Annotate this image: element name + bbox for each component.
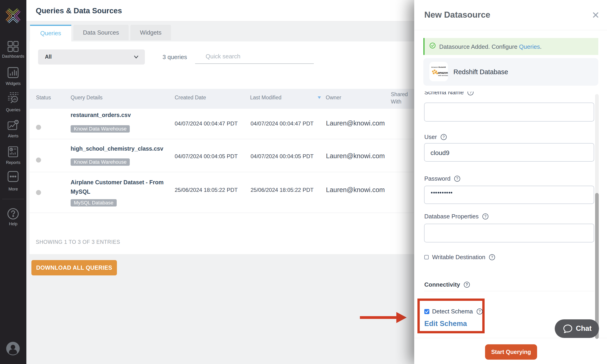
- svg-text:?: ?: [491, 255, 493, 259]
- svg-text:?: ?: [479, 310, 481, 313]
- svg-text:web services: web services: [438, 74, 448, 77]
- svg-text:?: ?: [456, 177, 458, 181]
- svg-text:?: ?: [466, 283, 468, 287]
- svg-text:Amazon Redshift: Amazon Redshift: [431, 66, 446, 68]
- svg-text:amazon: amazon: [438, 71, 448, 74]
- svg-text:?: ?: [469, 91, 471, 94]
- svg-text:?: ?: [443, 135, 445, 139]
- svg-text:?: ?: [484, 215, 486, 218]
